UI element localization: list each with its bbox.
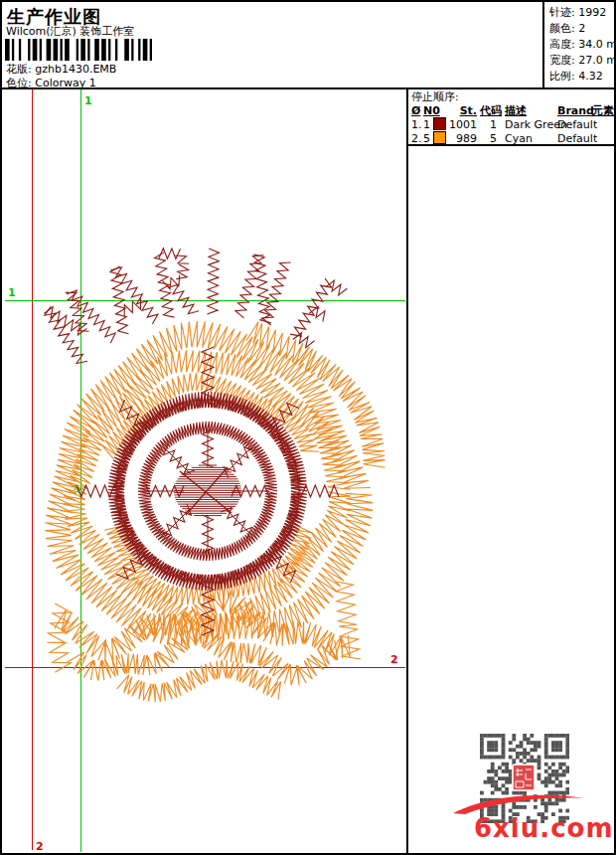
pattern-file-line: 花版: gzhb1430.EMB	[6, 63, 116, 77]
stop-row-2-seq: 2.	[411, 132, 422, 146]
stop-row-1-needle: 1	[423, 118, 430, 132]
start-marker-label-left: 1	[8, 286, 16, 299]
col-header-stitches: St.	[447, 104, 477, 118]
embroidery-design-plot: 1122	[4, 88, 406, 853]
pattern-file-label: 花版:	[6, 63, 32, 76]
width-label: 宽度:	[549, 54, 575, 67]
studio-name: Wilcom(汇京) 装饰工作室	[6, 25, 134, 39]
stop-row-1-brand: Default	[557, 118, 597, 132]
stop-row-1-color-swatch	[433, 117, 446, 130]
stitches-label: 针迹:	[549, 6, 575, 19]
height-value: 34.0 mm	[578, 38, 616, 51]
production-worksheet-page: 生产作业图 Wilcom(汇京) 装饰工作室 花版: gzhb1430.EMB …	[0, 0, 616, 855]
barcode	[5, 39, 154, 61]
pattern-file-value: gzhb1430.EMB	[35, 63, 116, 76]
stop-marker-label-bottom: 2	[36, 840, 44, 853]
design-info-panel: 针迹: 1992 颜色: 2 高度: 34.0 mm 宽度: 27.0 mm 比…	[549, 6, 616, 84]
stop-row-2-code: 5	[477, 132, 497, 146]
height-label: 高度:	[549, 38, 575, 51]
col-header-brand: Brand	[557, 104, 594, 118]
wreath-stitching	[45, 321, 385, 702]
colors-line: 颜色: 2	[549, 22, 616, 36]
stop-row-2-description: Cyan	[505, 132, 533, 146]
stop-row-1-code: 1	[477, 118, 497, 132]
col-header-number: N0	[423, 104, 440, 118]
stop-sequence-title: 停止顺序:	[411, 90, 459, 104]
scale-line: 比例: 4.32	[549, 70, 616, 84]
info-box-divider	[542, 2, 544, 88]
stop-marker-label-right: 2	[390, 653, 398, 666]
stitches-value: 1992	[578, 6, 606, 19]
stop-row-2-needle: 5	[423, 132, 430, 146]
colors-label: 颜色:	[549, 22, 575, 35]
scale-value: 4.32	[578, 70, 603, 83]
stitches-line: 针迹: 1992	[549, 6, 616, 20]
stop-row-1-seq: 1.	[411, 118, 422, 132]
colors-value: 2	[578, 22, 585, 35]
scale-label: 比例:	[549, 70, 575, 83]
stop-row-2-brand: Default	[557, 132, 597, 146]
stop-row-2-stitches: 989	[447, 132, 477, 146]
design-area-divider	[406, 87, 408, 853]
start-marker-label-top: 1	[84, 94, 92, 107]
stop-row-1-stitches: 1001	[447, 118, 477, 132]
col-header-description: 描述	[505, 104, 527, 118]
col-header-needle-symbol: Ø	[411, 104, 420, 118]
height-line: 高度: 34.0 mm	[549, 38, 616, 52]
col-header-element: 元素	[592, 104, 614, 118]
col-header-code: 代码	[480, 104, 502, 118]
width-value: 27.0 mm	[578, 54, 616, 67]
width-line: 宽度: 27.0 mm	[549, 54, 616, 68]
watermark-text: 6xiu.com	[474, 813, 614, 843]
stop-row-2-color-swatch	[433, 131, 446, 144]
